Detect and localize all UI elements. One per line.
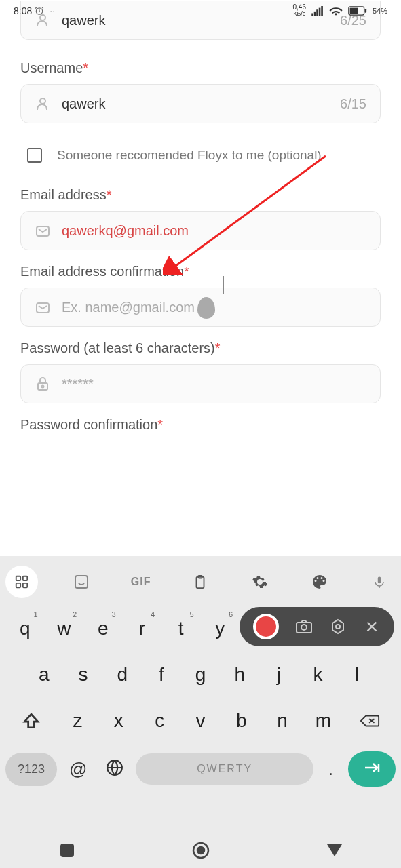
key-g[interactable]: g — [183, 654, 219, 696]
username-value: qawerk — [62, 96, 340, 112]
key-w[interactable]: 2w — [46, 608, 83, 650]
record-button[interactable] — [253, 614, 279, 639]
sticker-icon[interactable] — [65, 566, 98, 598]
key-r[interactable]: 4r — [124, 608, 161, 650]
svg-rect-16 — [16, 576, 20, 580]
key-v[interactable]: v — [181, 700, 219, 742]
password-label: Password (at least 6 characters)* — [20, 340, 381, 356]
keyboard-row-3: zxcvbnm — [5, 700, 396, 742]
referral-label: Someone reccomended Floyx to me (optiona… — [57, 148, 322, 163]
svg-marker-26 — [332, 620, 343, 633]
key-y[interactable]: 6y — [202, 608, 239, 650]
text-cursor — [223, 276, 224, 294]
keyboard: GIF 1q2w3e4r5t6y7u8i9o0p asdfghjkl zxcvb… — [0, 556, 401, 868]
key-b[interactable]: b — [223, 700, 261, 742]
svg-rect-1 — [311, 13, 313, 16]
key-e[interactable]: 3e — [85, 608, 121, 650]
speed-unit: КБ/с — [293, 11, 306, 17]
period-key[interactable]: . — [319, 759, 343, 780]
settings-icon[interactable] — [329, 618, 347, 635]
keyboard-row-2: asdfghjkl — [5, 654, 396, 696]
cursor-handle[interactable] — [197, 297, 215, 319]
username-field[interactable]: qawerk 6/15 — [20, 84, 381, 123]
nav-back[interactable] — [325, 841, 344, 860]
key-j[interactable]: j — [261, 654, 297, 696]
password-confirm-label: Password confirmation* — [20, 417, 381, 433]
svg-rect-2 — [314, 11, 316, 15]
shift-key[interactable] — [7, 700, 56, 742]
signal-icon — [311, 6, 324, 16]
email-label: Email address* — [20, 187, 381, 203]
svg-point-27 — [336, 625, 340, 629]
key-k[interactable]: k — [300, 654, 337, 696]
checkbox-icon[interactable] — [27, 148, 42, 163]
password-input[interactable] — [62, 376, 366, 392]
mail-icon — [35, 222, 51, 239]
email-field[interactable]: qawerkq@gmail.com — [20, 211, 381, 250]
user-icon — [35, 96, 51, 112]
camera-icon[interactable] — [295, 618, 313, 635]
wifi-icon — [329, 5, 343, 16]
keyboard-bottom-row: ?123 @ QWERTY . — [0, 746, 401, 792]
key-s[interactable]: s — [65, 654, 102, 696]
key-n[interactable]: n — [263, 700, 301, 742]
nav-recent[interactable] — [58, 841, 77, 860]
key-h[interactable]: h — [221, 654, 258, 696]
svg-rect-8 — [364, 9, 366, 12]
key-c[interactable]: c — [140, 700, 178, 742]
svg-point-14 — [42, 386, 44, 388]
svg-rect-20 — [75, 576, 88, 588]
nav-home[interactable] — [191, 841, 210, 860]
gear-icon[interactable] — [244, 566, 276, 598]
floating-controls[interactable] — [240, 607, 394, 646]
globe-icon[interactable] — [99, 759, 130, 779]
at-key[interactable]: @ — [62, 759, 94, 780]
apps-icon[interactable] — [5, 566, 38, 598]
key-m[interactable]: m — [304, 700, 342, 742]
svg-rect-28 — [60, 844, 74, 857]
svg-rect-3 — [316, 9, 318, 16]
key-x[interactable]: x — [100, 700, 138, 742]
key-z[interactable]: z — [58, 700, 96, 742]
key-d[interactable]: d — [104, 654, 140, 696]
svg-rect-19 — [23, 583, 27, 587]
key-a[interactable]: a — [26, 654, 62, 696]
clipboard-icon[interactable] — [184, 566, 216, 598]
svg-rect-17 — [23, 576, 27, 580]
svg-point-30 — [197, 847, 204, 854]
email-confirm-label: Email address confirmation* — [20, 264, 381, 279]
svg-rect-18 — [16, 583, 20, 587]
battery-pct: 54% — [373, 7, 387, 15]
enter-key[interactable] — [348, 751, 396, 787]
dots: ·· — [50, 5, 55, 16]
time: 8:08 — [14, 5, 32, 16]
spacebar[interactable]: QWERTY — [136, 753, 313, 785]
key-q[interactable]: 1q — [7, 608, 43, 650]
close-icon[interactable] — [363, 618, 381, 635]
lock-icon — [35, 376, 51, 392]
username-label: Username* — [20, 60, 381, 76]
keyboard-toolbar: GIF — [0, 556, 401, 608]
svg-point-25 — [301, 625, 307, 630]
mail-icon — [35, 299, 51, 315]
numeric-mode-key[interactable]: ?123 — [5, 753, 57, 786]
key-l[interactable]: l — [339, 654, 375, 696]
backspace-key[interactable] — [345, 700, 394, 742]
battery-icon — [348, 6, 367, 16]
nav-bar — [0, 833, 401, 868]
password-field[interactable] — [20, 364, 381, 403]
key-f[interactable]: f — [143, 654, 180, 696]
svg-rect-5 — [321, 6, 323, 16]
referral-checkbox-row[interactable]: Someone reccomended Floyx to me (optiona… — [20, 137, 381, 174]
palette-icon[interactable] — [303, 566, 336, 598]
mic-icon[interactable] — [363, 566, 396, 598]
gif-button[interactable]: GIF — [125, 566, 157, 598]
svg-rect-7 — [350, 7, 358, 14]
svg-rect-4 — [319, 7, 321, 15]
username-counter: 6/15 — [340, 96, 366, 112]
email-value: qawerkq@gmail.com — [62, 223, 366, 239]
status-bar: 8:08 ·· 0,46КБ/с 54% — [0, 0, 401, 21]
key-t[interactable]: 5t — [163, 608, 199, 650]
svg-point-10 — [40, 98, 45, 104]
alarm-icon — [35, 6, 44, 16]
